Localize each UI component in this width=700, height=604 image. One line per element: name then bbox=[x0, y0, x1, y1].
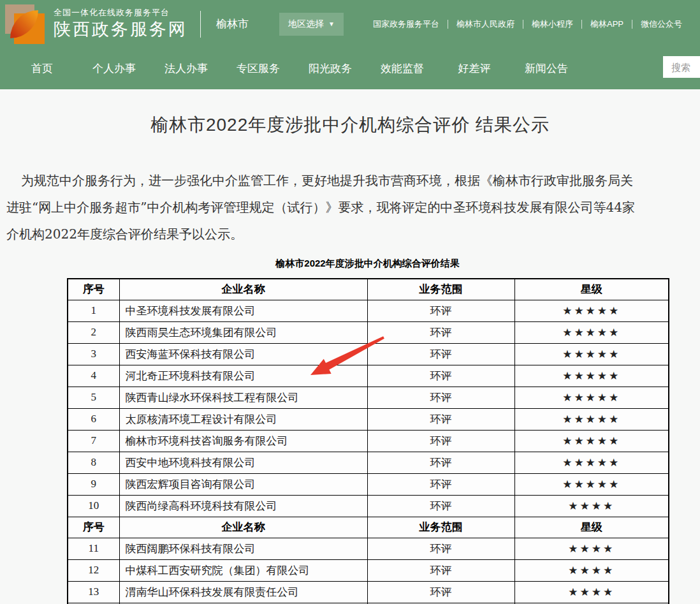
header-link[interactable]: 微信公众号 bbox=[641, 18, 682, 30]
site-brand: 全国一体化在线政务服务平台 陕西政务服务网 bbox=[54, 8, 187, 41]
site-logo[interactable] bbox=[5, 4, 45, 44]
header-link[interactable]: 榆林APP bbox=[590, 18, 623, 30]
paragraph-line: 介机构2022年度综合评价结果予以公示。 bbox=[0, 221, 700, 247]
cell-index: 10 bbox=[68, 495, 119, 517]
table-row: 8西安中地环境科技有限公司环评★★★★★ bbox=[68, 452, 669, 473]
table-row: 5陕西青山绿水环保科技工程有限公司环评★★★★★ bbox=[68, 387, 669, 408]
cell-index: 13 bbox=[68, 581, 119, 603]
cell-business-scope: 环评 bbox=[367, 452, 514, 473]
site-header: 全国一体化在线政务服务平台 陕西政务服务网 榆林市 地区选择 ▼ 国家政务服务平… bbox=[0, 0, 700, 48]
cell-company-name: 陕西阔鹏环保科技有限公司 bbox=[119, 538, 367, 559]
column-header: 企业名称 bbox=[119, 517, 367, 538]
cell-business-scope: 环评 bbox=[367, 343, 514, 365]
cell-company-name: 河北奇正环境科技有限公司 bbox=[119, 365, 367, 387]
cell-index: 5 bbox=[68, 387, 119, 408]
header-divider bbox=[200, 11, 201, 38]
announcement-paragraph: 为规范中介服务行为，进一步强化中介监管工作，更好地提升我市营商环境，根据《榆林市… bbox=[0, 167, 700, 247]
header-link[interactable]: 国家政务服务平台 bbox=[373, 18, 439, 30]
nav-item[interactable]: 法人办事 bbox=[163, 61, 209, 76]
cell-company-name: 太原核清环境工程设计有限公司 bbox=[119, 408, 367, 430]
cell-index: 8 bbox=[68, 452, 119, 473]
cell-business-scope: 环评 bbox=[367, 559, 514, 581]
cell-business-scope: 环评 bbox=[367, 581, 514, 603]
table-row: 13渭南华山环保科技发展有限责任公司环评★★★★ bbox=[68, 581, 669, 603]
cell-star-rating: ★★★★ bbox=[514, 495, 669, 517]
table-row: 6太原核清环境工程设计有限公司环评★★★★★ bbox=[68, 408, 669, 430]
cell-company-name: 西安中地环境科技有限公司 bbox=[119, 452, 367, 473]
nav-item[interactable]: 好差评 bbox=[451, 61, 497, 76]
paragraph-line: 为规范中介服务行为，进一步强化中介监管工作，更好地提升我市营商环境，根据《榆林市… bbox=[0, 167, 700, 194]
evaluation-table-body: 序号企业名称业务范围星级1中圣环境科技发展有限公司环评★★★★★2陕西雨昊生态环… bbox=[68, 279, 669, 604]
cell-star-rating: ★★★★ bbox=[514, 538, 669, 559]
cell-business-scope: 环评 bbox=[367, 495, 514, 517]
nav-item[interactable]: 新闻公告 bbox=[523, 61, 569, 76]
search-input[interactable] bbox=[663, 56, 700, 78]
cell-business-scope: 环评 bbox=[367, 538, 514, 559]
table-row: 4河北奇正环境科技有限公司环评★★★★★ bbox=[68, 365, 669, 387]
cell-business-scope: 环评 bbox=[367, 321, 514, 343]
cell-star-rating: ★★★★★ bbox=[514, 387, 669, 408]
header-links: 国家政务服务平台榆林市人民政府榆林小程序榆林APP微信公众号注册 bbox=[373, 0, 700, 48]
table-row: 12中煤科工西安研究院（集团）有限公司环评★★★★ bbox=[68, 559, 669, 581]
cell-company-name: 榆林市环境科技咨询服务有限公司 bbox=[119, 430, 367, 452]
cell-index: 3 bbox=[68, 343, 119, 365]
table-row: 11陕西阔鹏环保科技有限公司环评★★★★ bbox=[68, 538, 669, 559]
cell-star-rating: ★★★★★ bbox=[514, 365, 669, 387]
column-header: 序号 bbox=[68, 517, 119, 538]
evaluation-table: 序号企业名称业务范围星级1中圣环境科技发展有限公司环评★★★★★2陕西雨昊生态环… bbox=[67, 278, 669, 604]
cell-company-name: 西安海蓝环保科技有限公司 bbox=[119, 343, 367, 365]
cell-index: 12 bbox=[68, 559, 119, 581]
region-selector-button[interactable]: 地区选择 ▼ bbox=[279, 13, 344, 36]
table-header-row: 序号企业名称业务范围星级 bbox=[68, 517, 669, 538]
table-header-row: 序号企业名称业务范围星级 bbox=[68, 279, 669, 300]
header-link[interactable]: 榆林小程序 bbox=[532, 18, 573, 30]
cell-index: 11 bbox=[68, 538, 119, 559]
column-header: 序号 bbox=[68, 279, 119, 300]
cell-star-rating: ★★★★★ bbox=[514, 473, 669, 495]
paragraph-line: 进驻“网上中介服务超市”中介机构考评管理规定（试行）》要求，现将评定的中圣环境科… bbox=[0, 194, 700, 221]
cell-company-name: 陕西雨昊生态环境集团有限公司 bbox=[119, 321, 367, 343]
main-nav: 首页个人办事法人办事专区服务阳光政务效能监督好差评新闻公告 bbox=[0, 48, 700, 89]
cell-business-scope: 环评 bbox=[367, 365, 514, 387]
cell-business-scope: 环评 bbox=[367, 473, 514, 495]
column-header: 企业名称 bbox=[119, 279, 367, 300]
cell-star-rating: ★★★★ bbox=[514, 559, 669, 581]
column-header: 业务范围 bbox=[367, 279, 514, 300]
header-link[interactable]: 榆林市人民政府 bbox=[456, 18, 514, 30]
cell-company-name: 渭南华山环保科技发展有限责任公司 bbox=[119, 581, 367, 603]
current-city-link[interactable]: 榆林市 bbox=[216, 17, 249, 31]
cell-company-name: 陕西青山绿水环保科技工程有限公司 bbox=[119, 387, 367, 408]
cell-company-name: 中煤科工西安研究院（集团）有限公司 bbox=[119, 559, 367, 581]
chevron-down-icon: ▼ bbox=[328, 20, 335, 27]
column-header: 业务范围 bbox=[367, 517, 514, 538]
region-selector-label: 地区选择 bbox=[288, 18, 324, 30]
nav-item[interactable]: 效能监督 bbox=[379, 61, 425, 76]
table-row: 1中圣环境科技发展有限公司环评★★★★★ bbox=[68, 300, 669, 321]
cell-business-scope: 环评 bbox=[367, 408, 514, 430]
link-separator bbox=[581, 20, 582, 29]
nav-item[interactable]: 个人办事 bbox=[91, 61, 137, 76]
nav-item[interactable]: 首页 bbox=[19, 61, 65, 76]
nav-item[interactable]: 阳光政务 bbox=[307, 61, 353, 76]
cell-index: 6 bbox=[68, 408, 119, 430]
cell-star-rating: ★★★★★ bbox=[514, 321, 669, 343]
column-header: 星级 bbox=[514, 517, 669, 538]
cell-star-rating: ★★★★★ bbox=[514, 343, 669, 365]
link-separator bbox=[448, 20, 448, 29]
cell-index: 2 bbox=[68, 321, 119, 343]
cell-star-rating: ★★★★★ bbox=[514, 300, 669, 321]
cell-business-scope: 环评 bbox=[367, 387, 514, 408]
page-title: 榆林市2022年度涉批中介机构综合评价 结果公示 bbox=[0, 113, 700, 137]
nav-item[interactable]: 专区服务 bbox=[235, 61, 281, 76]
cell-star-rating: ★★★★★ bbox=[514, 408, 669, 430]
table-row: 10陕西尚绿高科环境科技有限公司环评★★★★ bbox=[68, 495, 669, 517]
link-separator bbox=[632, 20, 632, 29]
link-separator bbox=[523, 20, 523, 29]
cell-star-rating: ★★★★★ bbox=[514, 452, 669, 473]
column-header: 星级 bbox=[514, 279, 669, 300]
cell-star-rating: ★★★★ bbox=[514, 581, 669, 603]
site-name: 陕西政务服务网 bbox=[54, 19, 187, 41]
cell-business-scope: 环评 bbox=[367, 300, 514, 321]
cell-index: 1 bbox=[68, 300, 119, 321]
cell-index: 9 bbox=[68, 473, 119, 495]
